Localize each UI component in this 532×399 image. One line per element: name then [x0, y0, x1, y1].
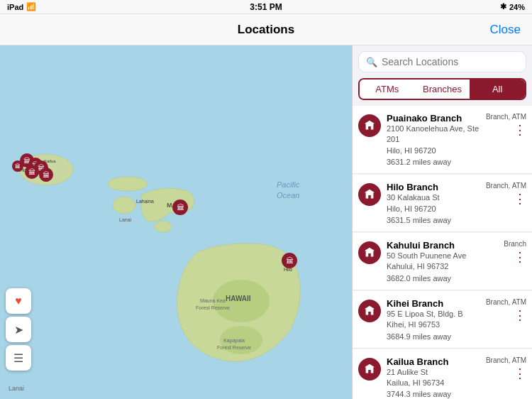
branch-icon — [358, 358, 381, 381]
location-distance: 3684.9 miles away — [387, 332, 480, 341]
location-name: Hilo Branch — [387, 182, 480, 192]
close-button[interactable]: Close — [490, 23, 521, 37]
location-distance: 3682.0 miles away — [387, 274, 498, 283]
location-right: Branch ⋮ — [504, 240, 526, 263]
location-type: Branch — [504, 240, 526, 248]
location-type: Branch, ATM — [486, 182, 526, 190]
location-type: Branch, ATM — [486, 113, 526, 121]
location-button[interactable]: ➤ — [6, 317, 31, 342]
page-title: Locations — [238, 23, 294, 37]
right-panel: 🔍 ATMs Branches All Puainako Branch 2100… — [352, 45, 532, 399]
location-distance: 3631.5 miles away — [387, 216, 480, 224]
location-address: 50 South Puunene Ave — [387, 251, 498, 261]
location-right: Branch, ATM ⋮ — [486, 356, 526, 380]
location-name: Kahului Branch — [387, 240, 498, 251]
location-distance: 3631.2 miles away — [387, 158, 480, 166]
svg-text:Mauna Kea: Mauna Kea — [200, 298, 226, 303]
list-item: Puainako Branch 2100 Kanoelehua Ave, Ste… — [353, 106, 532, 174]
branch-icon — [358, 300, 381, 322]
ipad-label: iPad — [7, 3, 23, 11]
search-bar[interactable]: 🔍 — [358, 51, 526, 72]
status-bar: iPad 📶 3:51 PM ✱ 24% — [0, 0, 532, 14]
location-type: Branch, ATM — [486, 356, 526, 364]
location-type: Branch, ATM — [486, 298, 526, 306]
location-name: Kailua Branch — [387, 356, 480, 367]
status-time: 3:51 PM — [250, 2, 282, 12]
location-city: Hilo, HI 96720 — [387, 204, 480, 214]
svg-point-4 — [155, 221, 172, 232]
left-toolbar: ♥ ➤ ☰ — [6, 288, 31, 371]
filter-tabs: ATMs Branches All — [358, 78, 526, 100]
location-city: Kahului, HI 96732 — [387, 261, 498, 272]
svg-text:Forest Reserve: Forest Reserve — [196, 305, 230, 310]
svg-point-2 — [108, 177, 148, 191]
status-right: ✱ 24% — [500, 2, 525, 11]
svg-text:🏛: 🏛 — [43, 171, 50, 179]
svg-rect-0 — [0, 45, 352, 399]
wifi-icon: 📶 — [26, 2, 36, 11]
location-right: Branch, ATM ⋮ — [486, 298, 526, 322]
svg-text:Forest Reserve: Forest Reserve — [217, 345, 251, 350]
branch-icon — [358, 114, 381, 137]
svg-text:🏛: 🏛 — [177, 203, 184, 212]
location-distance: 3744.3 miles away — [387, 390, 480, 398]
svg-text:Lanai: Lanai — [119, 217, 132, 222]
tab-atms[interactable]: ATMs — [360, 80, 415, 99]
battery-label: 24% — [509, 3, 525, 11]
search-icon: 🔍 — [366, 57, 377, 67]
svg-text:🏛: 🏛 — [286, 256, 294, 265]
list-item: Kailua Branch 21 Aulike St Kailua, HI 96… — [353, 349, 532, 399]
location-address: 2100 Kanoelehua Ave, Ste 201 — [387, 124, 480, 146]
location-info: Hilo Branch 30 Kalakaua St Hilo, HI 9672… — [387, 182, 480, 224]
location-icon: ➤ — [14, 323, 23, 337]
location-city: Kihei, HI 96753 — [387, 319, 480, 330]
more-button[interactable]: ⋮ — [514, 124, 526, 136]
svg-text:Ocean: Ocean — [277, 191, 299, 200]
favorite-button[interactable]: ♥ — [6, 288, 31, 314]
list-icon: ☰ — [13, 351, 23, 365]
main-layout: Lahaina MAUI HAWAII Pacific Ocean Mauna … — [0, 45, 532, 399]
location-city: Hilo, HI 96720 — [387, 146, 480, 156]
tab-branches[interactable]: Branches — [415, 80, 470, 99]
branch-icon — [358, 241, 381, 264]
list-button[interactable]: ☰ — [6, 345, 31, 371]
list-item: Hilo Branch 30 Kalakaua St Hilo, HI 9672… — [353, 175, 532, 232]
map-svg: Lahaina MAUI HAWAII Pacific Ocean Mauna … — [0, 45, 352, 399]
map-area[interactable]: Lahaina MAUI HAWAII Pacific Ocean Mauna … — [0, 45, 352, 399]
status-left: iPad 📶 — [7, 2, 36, 11]
list-item: Kihei Branch 95 E Lipoa St, Bldg. B Kihe… — [353, 291, 532, 349]
svg-text:Kapapala: Kapapala — [223, 338, 245, 344]
location-info: Puainako Branch 2100 Kanoelehua Ave, Ste… — [387, 113, 480, 166]
tab-all[interactable]: All — [470, 80, 525, 99]
location-address: 21 Aulike St — [387, 367, 480, 378]
location-name: Puainako Branch — [387, 113, 480, 124]
location-city: Kailua, HI 96734 — [387, 378, 480, 388]
branch-icon — [358, 183, 381, 206]
lanai-label: Lanai — [9, 385, 24, 392]
location-info: Kailua Branch 21 Aulike St Kailua, HI 96… — [387, 356, 480, 399]
more-button[interactable]: ⋮ — [514, 251, 526, 263]
svg-text:Pacific: Pacific — [277, 180, 300, 189]
search-input[interactable] — [382, 56, 519, 67]
location-address: 30 Kalakaua St — [387, 192, 480, 203]
location-address: 95 E Lipoa St, Bldg. B — [387, 309, 480, 319]
svg-text:HAWAII: HAWAII — [226, 295, 251, 302]
svg-text:🏛: 🏛 — [28, 168, 35, 176]
heart-icon: ♥ — [15, 295, 22, 307]
location-list[interactable]: Puainako Branch 2100 Kanoelehua Ave, Ste… — [353, 106, 532, 399]
title-bar: Locations Close — [0, 14, 532, 45]
location-info: Kihei Branch 95 E Lipoa St, Bldg. B Kihe… — [387, 298, 480, 341]
more-button[interactable]: ⋮ — [514, 192, 526, 205]
bluetooth-icon: ✱ — [500, 2, 506, 11]
more-button[interactable]: ⋮ — [514, 367, 526, 380]
location-right: Branch, ATM ⋮ — [486, 182, 526, 205]
more-button[interactable]: ⋮ — [514, 309, 526, 322]
location-info: Kahului Branch 50 South Puunene Ave Kahu… — [387, 240, 498, 283]
location-right: Branch, ATM ⋮ — [486, 113, 526, 136]
svg-point-3 — [113, 197, 135, 214]
svg-text:🏛: 🏛 — [15, 163, 21, 170]
svg-text:Lahaina: Lahaina — [136, 199, 154, 204]
location-name: Kihei Branch — [387, 298, 480, 309]
list-item: Kahului Branch 50 South Puunene Ave Kahu… — [353, 233, 532, 290]
